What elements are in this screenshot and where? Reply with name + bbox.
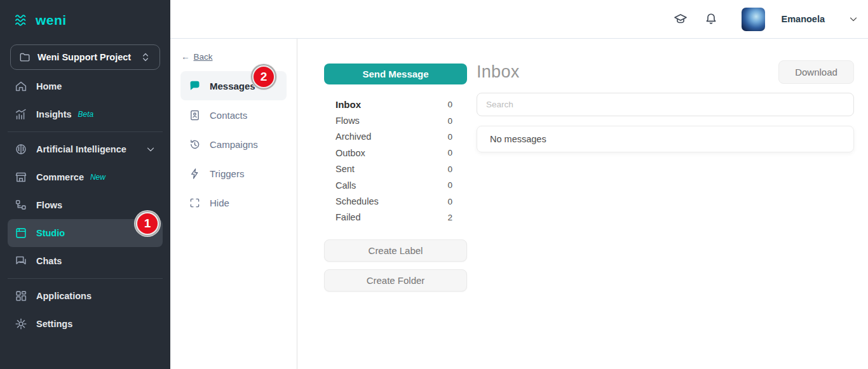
subnav-item-label: Hide — [210, 198, 229, 208]
sidebar-item-label: Applications — [36, 291, 92, 301]
search-input[interactable] — [477, 93, 854, 116]
bell-icon[interactable] — [703, 11, 719, 27]
sidebar-item-home[interactable]: Home — [8, 72, 163, 100]
main-content: Send Message Inbox 0 Flows 0 Archived 0 … — [297, 39, 868, 369]
create-label-button[interactable]: Create Label — [324, 239, 467, 262]
folder-count: 0 — [447, 148, 452, 158]
project-name: Weni Support Project — [37, 52, 133, 62]
back-link[interactable]: ← Back — [181, 52, 213, 62]
subnav-item-contacts[interactable]: Contacts — [180, 100, 287, 130]
folder-row-inbox[interactable]: Inbox 0 — [324, 97, 467, 112]
folder-count: 0 — [447, 116, 452, 126]
insights-chart-icon — [14, 107, 28, 121]
topbar: Emanoela — [170, 0, 868, 39]
history-clock-icon — [188, 138, 201, 151]
folder-label: Outbox — [336, 148, 365, 158]
folder-icon — [18, 51, 31, 64]
new-badge: New — [90, 173, 105, 182]
inbox-panel: Inbox Download No messages — [477, 60, 854, 152]
folder-row-schedules[interactable]: Schedules 0 — [324, 193, 467, 209]
sidebar-item-label: Commerce — [36, 172, 84, 182]
sidebar-item-label: Insights — [36, 109, 72, 119]
gear-icon — [14, 317, 28, 331]
subnav-item-hide[interactable]: Hide — [180, 188, 287, 217]
sidebar-divider — [8, 131, 163, 132]
folder-label: Inbox — [336, 99, 361, 110]
subnav-item-label: Contacts — [210, 110, 247, 121]
folder-row-outbox[interactable]: Outbox 0 — [324, 145, 467, 161]
folder-count: 0 — [447, 100, 452, 109]
folder-label: Schedules — [336, 196, 379, 206]
folder-count: 0 — [447, 132, 452, 142]
folder-count: 0 — [447, 197, 452, 206]
flows-icon — [14, 198, 28, 212]
subnav-item-campaigns[interactable]: Campaigns — [180, 130, 287, 159]
sidebar-item-label: Settings — [36, 319, 72, 329]
sidebar-item-insights[interactable]: Insights Beta — [8, 100, 163, 128]
studio-subnav: ← Back Messages Contacts Campaigns — [170, 39, 297, 369]
folder-list: Inbox 0 Flows 0 Archived 0 Outbox 0 Sent — [324, 97, 467, 225]
project-selector[interactable]: Weni Support Project — [10, 44, 160, 70]
storefront-icon — [14, 170, 28, 184]
back-label: Back — [194, 52, 213, 62]
chevron-down-icon[interactable] — [145, 144, 156, 155]
subnav-item-label: Messages — [210, 81, 255, 91]
lightning-bolt-icon — [188, 167, 201, 180]
sidebar-item-commerce[interactable]: Commerce New — [8, 163, 163, 191]
subnav-item-label: Campaigns — [210, 139, 258, 150]
hide-collapse-icon — [188, 196, 201, 210]
sidebar-item-label: Chats — [36, 256, 62, 266]
studio-window-icon — [14, 226, 28, 240]
folder-count: 0 — [447, 164, 452, 174]
folder-count: 2 — [447, 213, 452, 222]
primary-sidebar: weni Weni Support Project Home — [0, 0, 170, 369]
subnav-item-label: Triggers — [210, 168, 244, 179]
sidebar-item-applications[interactable]: Applications — [8, 282, 163, 310]
folder-label: Archived — [336, 131, 371, 142]
contacts-icon — [188, 109, 201, 122]
username[interactable]: Emanoela — [782, 14, 825, 24]
weni-app-screen: weni Weni Support Project Home — [0, 0, 868, 369]
message-bubble-icon — [188, 79, 201, 93]
sidebar-item-artificial-intelligence[interactable]: Artificial Intelligence — [8, 135, 163, 163]
page-title: Inbox — [477, 62, 520, 82]
logo-text: weni — [36, 13, 67, 28]
graduation-cap-icon[interactable] — [673, 11, 688, 27]
folder-label: Calls — [336, 180, 356, 191]
annotation-marker-1: 1 — [136, 212, 159, 235]
download-button[interactable]: Download — [778, 60, 854, 84]
message-folders-panel: Send Message Inbox 0 Flows 0 Archived 0 … — [324, 64, 467, 292]
empty-messages-text: No messages — [490, 134, 546, 144]
sidebar-divider — [8, 278, 163, 279]
create-folder-button[interactable]: Create Folder — [324, 269, 467, 292]
sidebar-item-settings[interactable]: Settings — [8, 310, 163, 338]
folder-label: Sent — [336, 164, 355, 174]
empty-messages-card: No messages — [477, 126, 854, 152]
weni-logo: weni — [14, 13, 170, 28]
chats-icon — [14, 254, 28, 268]
wave-logo-icon — [14, 14, 31, 27]
sidebar-item-label: Home — [36, 81, 62, 91]
folder-label: Failed — [336, 212, 361, 222]
folder-row-sent[interactable]: Sent 0 — [324, 161, 467, 177]
sidebar-item-label: Studio — [36, 228, 65, 238]
send-message-button[interactable]: Send Message — [324, 64, 467, 84]
inbox-header: Inbox Download — [477, 60, 854, 84]
folder-row-calls[interactable]: Calls 0 — [324, 177, 467, 193]
folder-row-archived[interactable]: Archived 0 — [324, 129, 467, 145]
chevron-down-icon[interactable] — [848, 13, 859, 25]
home-icon — [14, 79, 28, 93]
beta-badge: Beta — [78, 110, 94, 119]
folder-row-flows[interactable]: Flows 0 — [324, 112, 467, 128]
avatar[interactable] — [742, 8, 765, 31]
sidebar-nav: Home Insights Beta Artificial Intelligen… — [0, 72, 170, 338]
subnav-item-triggers[interactable]: Triggers — [180, 159, 287, 188]
annotation-marker-2: 2 — [252, 65, 275, 88]
back-arrow-icon: ← — [181, 52, 190, 62]
sidebar-item-chats[interactable]: Chats — [8, 247, 163, 275]
folder-row-failed[interactable]: Failed 2 — [324, 210, 467, 225]
sidebar-item-label: Artificial Intelligence — [36, 144, 126, 154]
folder-count: 0 — [447, 180, 452, 190]
folder-label: Flows — [336, 116, 360, 126]
sidebar-item-label: Flows — [36, 200, 62, 210]
